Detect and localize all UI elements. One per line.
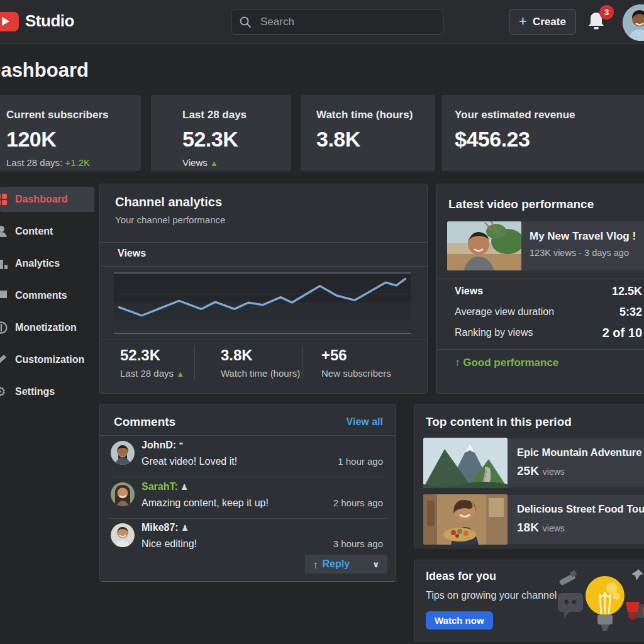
sidebar-item-content[interactable]: Content (0, 219, 94, 244)
sidebar-item-monetization[interactable]: Monetization (0, 315, 94, 340)
reply-arrow-icon: ↑ (313, 559, 318, 570)
ideas-title: Ideas for you (426, 570, 496, 583)
performance-status: ↑ Good performance (455, 357, 558, 369)
notification-count-badge: 3 (599, 5, 614, 19)
pushpin-icon (631, 569, 643, 580)
top-bar: Studio + Create 3 (0, 0, 644, 44)
ideas-card: Ideas for you Tips on growing your chann… (414, 560, 644, 641)
red-pins-icon (626, 602, 644, 622)
pencil-icon (559, 570, 577, 586)
metric-avg-duration: Average view duration 5:32 (455, 304, 642, 319)
video-info-band: Delicious Street Food Tour 18Kviews (508, 495, 644, 544)
analytics-stat-subscribers: +56 New subscribers (321, 347, 391, 379)
comment-badge-icon: ❞ (179, 441, 184, 450)
stat-card-views: Last 28 days 52.3K Views ▲ (151, 95, 291, 171)
video-thumbnail[interactable] (423, 438, 508, 488)
comment-badge-icon: ♟ (181, 523, 189, 533)
comments-card: Comments View all JohnD: ❞ Great video! … (99, 404, 396, 582)
video-info-band: Epic Mountain Adventure 25Kviews (508, 438, 644, 487)
video-thumbnail[interactable] (423, 494, 508, 545)
sidebar-nav: Dashboard Content Analytics Comments Mon… (0, 187, 94, 411)
video-title: My New Travel Vlog ! (530, 230, 644, 243)
latest-video-title: Latest video performance (448, 197, 594, 211)
comments-icon (0, 289, 8, 303)
arrow-up-icon: ↑ (455, 357, 460, 369)
commenter-name: SarahT: (142, 481, 178, 492)
customization-icon (0, 353, 8, 367)
comment-time: 1 hour ago (338, 456, 383, 467)
account-avatar[interactable] (623, 4, 644, 41)
latest-video-card: Latest video performance My New Travel (436, 184, 644, 394)
monetization-icon (0, 321, 8, 335)
dashboard-icon (0, 192, 8, 206)
ideas-subtitle: Tips on growing your channel (426, 590, 557, 601)
video-meta: 123K views - 3 days ago (530, 248, 644, 258)
comment-row[interactable]: JohnD: ❞ Great video! Loved it! 1 hour a… (109, 438, 387, 477)
video-title: Delicious Street Food Tour (517, 503, 644, 515)
stat-card-revenue: Your estimated revenue $456.23 (441, 95, 644, 171)
commenter-name: Mike87: (142, 522, 179, 533)
view-all-link[interactable]: View all (347, 416, 383, 428)
analytics-icon (0, 257, 8, 270)
comment-text: Nice editing! (142, 538, 197, 550)
studio-logo-text: Studio (25, 11, 74, 31)
top-content-title: Top content in this period (426, 415, 572, 429)
sidebar-item-comments[interactable]: Comments (0, 283, 94, 308)
plus-icon: + (519, 14, 527, 28)
ideas-illustration (558, 563, 644, 641)
content-icon (0, 225, 8, 238)
stat-sub-delta: +1.2K (65, 157, 90, 168)
comment-row[interactable]: SarahT: ♟ Amazing content, keep it up! 2… (109, 479, 387, 519)
comment-text: Amazing content, keep it up! (142, 497, 269, 509)
trend-up-icon: ▲ (210, 158, 218, 168)
commenter-avatar (111, 482, 135, 506)
notifications-button[interactable]: 3 (586, 9, 614, 36)
video-thumbnail[interactable] (447, 221, 521, 270)
video-views: 25Kviews (517, 464, 644, 478)
views-line (119, 279, 405, 315)
speech-bubble-icon (558, 593, 583, 618)
analytics-stat-watch-time: 3.8K Watch time (hours) (221, 347, 300, 379)
commenter-avatar (111, 441, 135, 465)
metric-views: Views 12.5K (455, 284, 642, 299)
account-avatar-photo (623, 4, 644, 41)
sidebar-item-analytics[interactable]: Analytics (0, 251, 94, 276)
sidebar-item-dashboard[interactable]: Dashboard (0, 187, 94, 212)
comment-row[interactable]: Mike87: ♟ Nice editing! 3 hours ago (109, 520, 387, 560)
search-input[interactable] (259, 15, 435, 29)
commenter-name: JohnD: (142, 440, 176, 450)
stat-card-watch-time: Watch time (hours) 3.8K (301, 95, 435, 171)
analytics-card-title: Channel analytics (115, 195, 222, 209)
stat-sub-label: Last 28 days: (6, 157, 65, 168)
settings-gear-icon: ⚙ (0, 385, 8, 399)
youtube-studio-dashboard: Studio + Create 3 (0, 0, 644, 644)
watch-now-button[interactable]: Watch now (426, 611, 493, 630)
analytics-stat-views: 52.3K Last 28 days ▲ (120, 347, 184, 379)
top-content-row[interactable]: Delicious Street Food Tour 18Kviews (423, 494, 644, 545)
page-title: Dashboard (0, 59, 89, 82)
sidebar-item-settings[interactable]: ⚙ Settings (0, 379, 94, 404)
comments-title: Comments (114, 415, 175, 429)
analytics-card-subtitle: Your channel performance (115, 214, 225, 225)
sidebar-item-customization[interactable]: Customization (0, 347, 94, 372)
comment-time: 3 hours ago (333, 538, 383, 549)
search-icon (239, 16, 252, 28)
channel-analytics-card: Channel analytics Your channel performan… (99, 184, 428, 394)
search-bar[interactable] (231, 9, 443, 35)
metric-ranking: Ranking by views 2 of 10 (455, 325, 642, 340)
youtube-logo-icon[interactable] (0, 12, 19, 31)
latest-video-row[interactable]: My New Travel Vlog ! 123K views - 3 days… (447, 221, 644, 271)
views-tab[interactable]: Views (118, 248, 146, 259)
video-title: Epic Mountain Adventure (517, 447, 644, 458)
views-chart (114, 272, 411, 334)
create-button[interactable]: + Create (509, 9, 576, 35)
video-info-band: My New Travel Vlog ! 123K views - 3 days… (521, 221, 644, 270)
comment-text: Great video! Loved it! (142, 456, 237, 467)
trend-up-icon: ▲ (176, 369, 184, 379)
comment-time: 2 hours ago (333, 497, 383, 508)
reply-button[interactable]: ↑ Reply ∨ (305, 555, 387, 574)
commenter-avatar (111, 523, 135, 547)
stat-card-subscribers: Current subscribers 120K Last 28 days: +… (0, 95, 141, 171)
top-content-row[interactable]: Epic Mountain Adventure 25Kviews (423, 438, 644, 488)
chevron-down-icon[interactable]: ∨ (372, 560, 379, 569)
